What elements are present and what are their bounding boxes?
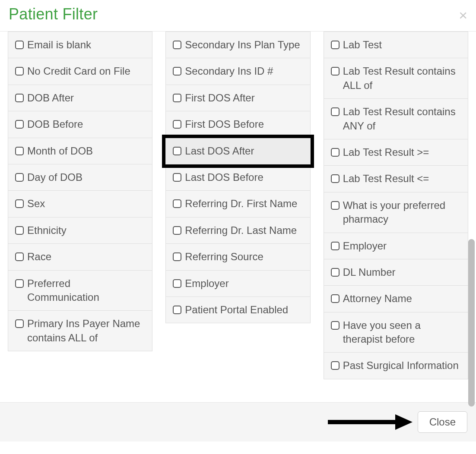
filter-item[interactable]: Referring Dr. First Name	[165, 191, 310, 217]
filter-item-label: Email is blank	[27, 38, 91, 52]
modal-title: Patient Filter	[9, 5, 98, 23]
filter-item-label: DL Number	[343, 265, 396, 279]
filter-item-label: Lab Test Result contains ANY of	[343, 105, 461, 133]
filter-column-middle: Secondary Ins Plan TypeSecondary Ins ID …	[165, 32, 310, 323]
close-button[interactable]: Close	[418, 411, 467, 433]
filter-checkbox[interactable]	[15, 147, 24, 155]
filter-item-label: Lab Test	[343, 38, 382, 52]
filter-item-label: First DOS After	[185, 91, 254, 105]
filter-checkbox[interactable]	[331, 174, 340, 183]
filter-item[interactable]: Sex	[8, 191, 152, 217]
filter-item-label: DOB Before	[27, 117, 83, 131]
filter-checkbox[interactable]	[173, 199, 181, 208]
filter-item-label: Primary Ins Payer Name contains ALL of	[27, 317, 145, 345]
filter-item-label: Ethnicity	[27, 224, 67, 237]
filter-item[interactable]: Race	[8, 244, 152, 270]
filter-item[interactable]: Lab Test Result contains ALL of	[324, 58, 468, 99]
filter-item[interactable]: DL Number	[324, 259, 468, 286]
filter-item-label: Preferred Communication	[27, 277, 145, 305]
filter-checkbox[interactable]	[15, 252, 24, 261]
filter-item-label: Secondary Ins Plan Type	[185, 38, 300, 52]
filter-item-label: Last DOS Before	[185, 170, 263, 184]
filter-item-label: First DOS Before	[185, 117, 264, 131]
filter-checkbox[interactable]	[331, 41, 340, 49]
filter-item[interactable]: Have you seen a therapist before	[324, 312, 468, 353]
filter-item-label: Day of DOB	[27, 170, 83, 184]
filter-checkbox[interactable]	[173, 67, 181, 76]
filter-checkbox[interactable]	[15, 120, 24, 129]
filter-item[interactable]: First DOS After	[165, 85, 310, 111]
filter-column-right: Lab TestLab Test Result contains ALL ofL…	[324, 32, 468, 379]
filter-item[interactable]: What is your preferred pharmacy	[324, 192, 468, 233]
arrow-icon	[326, 413, 413, 431]
filter-item-label: Lab Test Result contains ALL of	[343, 64, 461, 92]
filter-item[interactable]: Lab Test Result >=	[324, 139, 468, 166]
filter-checkbox[interactable]	[331, 107, 340, 116]
filter-item[interactable]: Secondary Ins ID #	[165, 58, 310, 85]
filter-checkbox[interactable]	[331, 294, 340, 303]
filter-item[interactable]: Last DOS After	[165, 138, 310, 164]
svg-marker-1	[395, 414, 413, 430]
filter-checkbox[interactable]	[15, 199, 24, 208]
filter-column-left: Email is blankNo Credit Card on FileDOB …	[8, 32, 152, 351]
filter-item[interactable]: Referring Dr. Last Name	[165, 218, 310, 244]
filter-item[interactable]: Last DOS Before	[165, 164, 310, 191]
filter-item-label: Sex	[27, 197, 45, 211]
filter-item[interactable]: Past Surgical Information	[324, 353, 468, 379]
filter-item[interactable]: DOB After	[8, 85, 152, 111]
filter-item-label: Have you seen a therapist before	[343, 318, 461, 347]
filter-checkbox[interactable]	[331, 201, 340, 210]
filter-item[interactable]: Attorney Name	[324, 286, 468, 312]
filter-checkbox[interactable]	[331, 361, 340, 370]
scrollbar-thumb[interactable]	[468, 239, 475, 407]
filter-checkbox[interactable]	[173, 94, 181, 102]
filter-checkbox[interactable]	[15, 173, 24, 182]
filter-item[interactable]: First DOS Before	[165, 111, 310, 138]
filter-item-label: Employer	[343, 239, 387, 253]
filter-checkbox[interactable]	[173, 252, 181, 261]
filter-checkbox[interactable]	[331, 268, 340, 277]
filter-item[interactable]: Preferred Communication	[8, 271, 152, 311]
filter-checkbox[interactable]	[173, 226, 181, 235]
filter-item[interactable]: Day of DOB	[8, 164, 152, 191]
filter-checkbox[interactable]	[15, 226, 24, 235]
filter-checkbox[interactable]	[15, 319, 24, 328]
filter-item[interactable]: DOB Before	[8, 111, 152, 138]
filter-item[interactable]: Email is blank	[8, 32, 152, 58]
filter-checkbox[interactable]	[173, 41, 181, 49]
filter-item[interactable]: Ethnicity	[8, 218, 152, 244]
filter-item-label: Referring Dr. First Name	[185, 197, 297, 211]
filter-checkbox[interactable]	[331, 67, 340, 76]
filter-item[interactable]: Secondary Ins Plan Type	[165, 32, 310, 58]
filter-item[interactable]: Lab Test Result contains ANY of	[324, 99, 468, 139]
filter-item[interactable]: Lab Test	[324, 32, 468, 58]
filter-checkbox[interactable]	[15, 279, 24, 288]
filter-checkbox[interactable]	[15, 67, 24, 76]
filter-item[interactable]: Month of DOB	[8, 138, 152, 164]
filter-checkbox[interactable]	[331, 321, 340, 330]
filter-checkbox[interactable]	[173, 306, 181, 314]
filter-checkbox[interactable]	[331, 242, 340, 250]
close-icon[interactable]: ×	[459, 8, 467, 22]
filter-checkbox[interactable]	[331, 148, 340, 157]
filter-item-label: No Credit Card on File	[27, 64, 130, 78]
filter-item[interactable]: Primary Ins Payer Name contains ALL of	[8, 311, 152, 351]
filter-item-label: Last DOS After	[185, 144, 254, 158]
filter-item[interactable]: Lab Test Result <=	[324, 166, 468, 192]
filter-checkbox[interactable]	[173, 120, 181, 129]
filter-item[interactable]: Employer	[324, 233, 468, 259]
filter-checkbox[interactable]	[173, 173, 181, 182]
filter-item[interactable]: No Credit Card on File	[8, 58, 152, 85]
filter-checkbox[interactable]	[173, 147, 181, 155]
filter-item-label: Patient Portal Enabled	[185, 303, 288, 317]
filter-item-label: Referring Source	[185, 250, 263, 264]
filter-checkbox[interactable]	[15, 41, 24, 49]
filter-item[interactable]: Patient Portal Enabled	[165, 297, 310, 323]
filter-item[interactable]: Referring Source	[165, 244, 310, 270]
filter-item-label: Lab Test Result <=	[343, 172, 429, 186]
filter-checkbox[interactable]	[173, 279, 181, 288]
filter-item[interactable]: Employer	[165, 271, 310, 297]
filter-item-label: Attorney Name	[343, 292, 412, 306]
filter-item-label: Secondary Ins ID #	[185, 64, 273, 78]
filter-checkbox[interactable]	[15, 94, 24, 102]
